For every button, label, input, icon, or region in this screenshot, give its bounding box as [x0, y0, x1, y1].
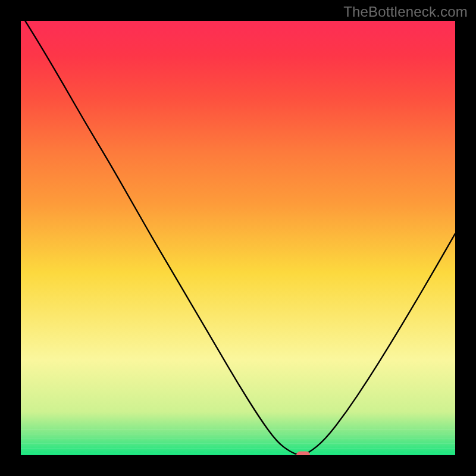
band-line — [21, 443, 455, 444]
band-line — [21, 429, 455, 430]
watermark-label: TheBottleneck.com — [343, 4, 468, 20]
chart-background — [21, 21, 455, 455]
band-line — [21, 448, 455, 449]
band-line — [21, 453, 455, 453]
chart-svg — [21, 21, 455, 455]
chart-plot-area — [21, 21, 455, 455]
band-line — [21, 434, 455, 434]
optimal-marker — [297, 452, 310, 455]
band-line — [21, 439, 455, 439]
